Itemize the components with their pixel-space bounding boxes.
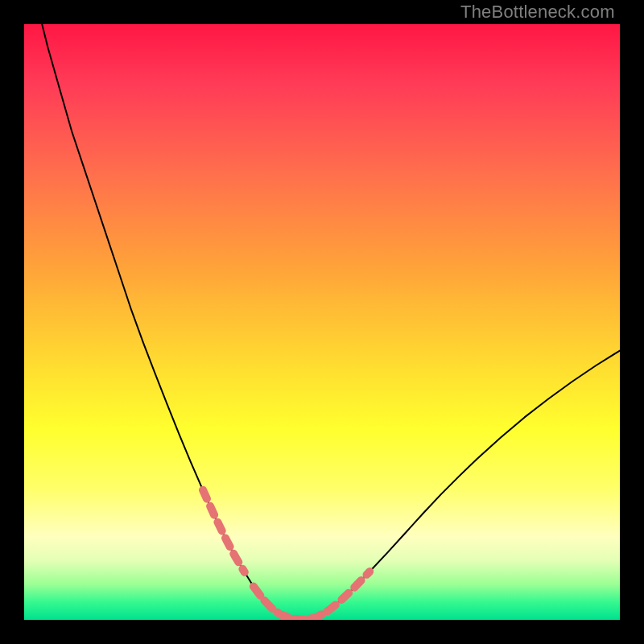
highlight-right xyxy=(328,572,369,611)
highlight-left xyxy=(203,490,245,572)
chart-container: TheBottleneck.com xyxy=(0,0,644,644)
watermark-text: TheBottleneck.com xyxy=(460,2,615,23)
curve-layer xyxy=(24,24,620,620)
bottleneck-curve xyxy=(42,24,620,620)
plot-area xyxy=(24,24,620,620)
highlight-floor xyxy=(254,587,328,620)
